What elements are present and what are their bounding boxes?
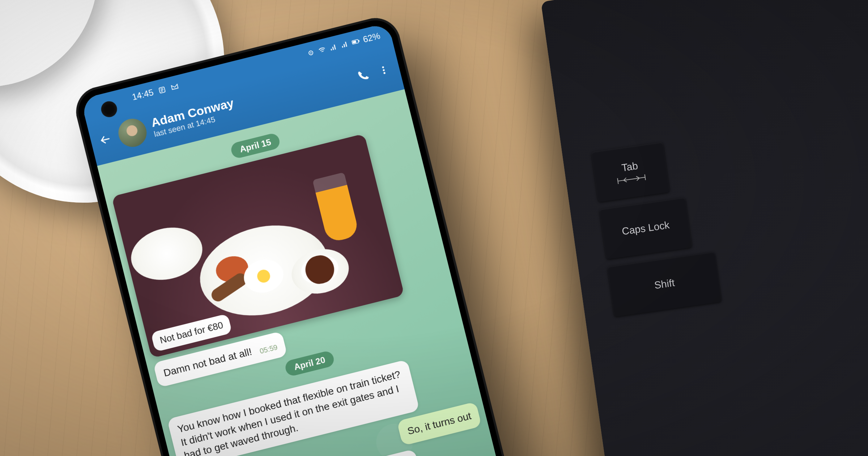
notification-icon — [157, 85, 167, 95]
back-arrow-icon — [99, 133, 112, 146]
message-text: So, it turns out — [406, 410, 472, 437]
battery-percent: 62% — [362, 31, 381, 45]
tab-arrow-icon — [617, 174, 646, 185]
status-time: 14:45 — [131, 87, 154, 102]
svg-point-2 — [310, 52, 311, 54]
svg-rect-4 — [353, 41, 357, 43]
more-vertical-icon — [378, 64, 390, 76]
laptop-key-shift: Shift — [607, 252, 722, 317]
key-label: Shift — [654, 277, 675, 291]
back-button[interactable] — [97, 131, 114, 148]
laptop-key-tab: Tab — [591, 142, 670, 202]
svg-point-7 — [383, 69, 385, 71]
wifi-icon — [317, 45, 327, 55]
battery-icon — [351, 37, 361, 47]
more-button[interactable] — [374, 60, 394, 80]
laptop-key-capslock: Caps Lock — [599, 197, 692, 259]
key-label: Tab — [621, 160, 639, 174]
signal-icon — [328, 42, 338, 52]
message-time: 05:59 — [259, 343, 278, 355]
svg-point-8 — [383, 72, 386, 74]
phone-icon — [356, 68, 371, 83]
svg-point-6 — [382, 66, 384, 68]
call-button[interactable] — [353, 65, 374, 85]
date-badge: April 15 — [230, 132, 281, 160]
key-label: Caps Lock — [621, 219, 670, 237]
photo-scene: Tab Caps Lock Shift 14:45 — [0, 0, 868, 456]
signal-icon-2 — [340, 40, 349, 50]
mail-icon — [170, 82, 180, 92]
location-icon — [306, 48, 316, 58]
contact-avatar[interactable] — [115, 116, 150, 150]
